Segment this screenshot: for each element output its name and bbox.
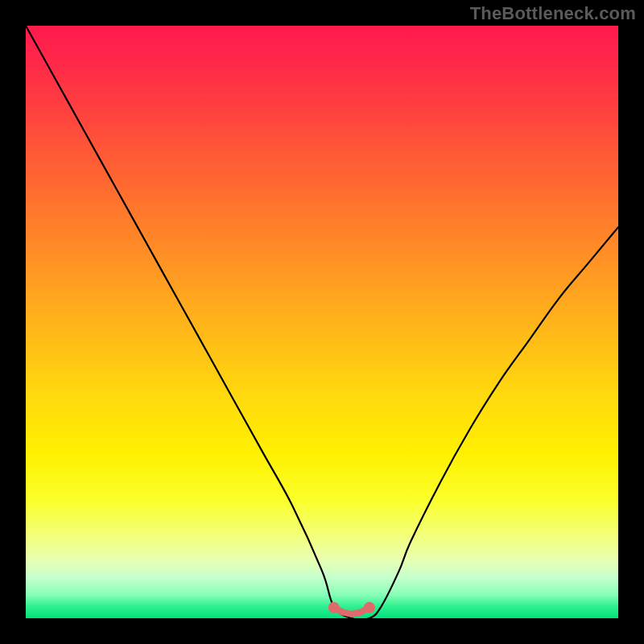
curve-layer [26, 26, 618, 618]
chart-frame: TheBottleneck.com [0, 0, 644, 644]
optimal-range-endpoint [364, 602, 375, 613]
optimal-range-markers [328, 602, 375, 614]
plot-area [26, 26, 618, 618]
watermark-text: TheBottleneck.com [470, 3, 636, 24]
bottleneck-curve [26, 26, 618, 618]
optimal-range-endpoint [328, 602, 340, 613]
